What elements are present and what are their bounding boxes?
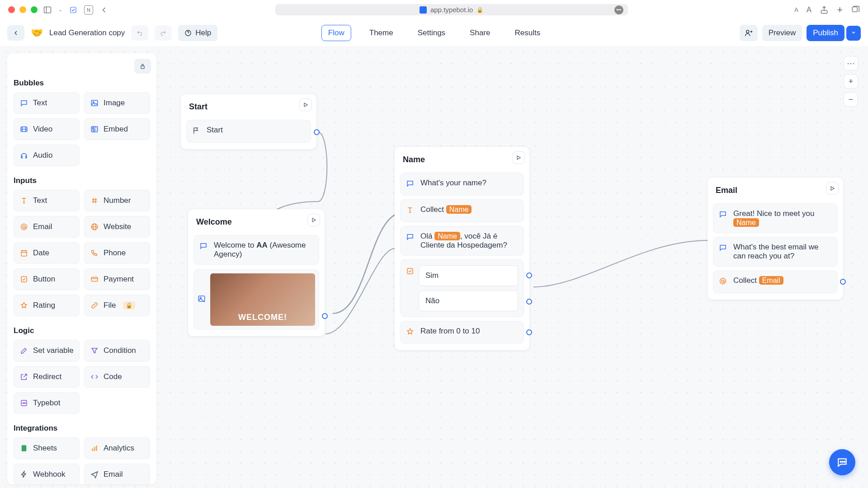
tab-results[interactable]: Results: [508, 25, 547, 41]
panel-lock-button[interactable]: [134, 59, 151, 74]
share-icon[interactable]: [820, 5, 829, 14]
bot-emoji-icon[interactable]: 🤝: [31, 27, 43, 39]
block-input-date[interactable]: Date: [14, 242, 80, 264]
block-logic-code[interactable]: Code: [84, 366, 150, 388]
back-icon[interactable]: [99, 5, 108, 14]
new-tab-icon[interactable]: +: [837, 4, 843, 16]
flow-title[interactable]: Lead Generation copy: [49, 28, 125, 38]
block-bubble-video[interactable]: Video: [14, 118, 80, 140]
canvas-menu-button[interactable]: ⋯: [844, 56, 858, 70]
block-logic-setvar[interactable]: Set variable: [14, 340, 80, 361]
edge-anchor[interactable]: [526, 299, 532, 305]
redo-button[interactable]: [155, 25, 172, 41]
block-input-number[interactable]: Number: [84, 190, 150, 211]
block-input-rating[interactable]: Rating: [14, 295, 80, 316]
chevron-down-icon[interactable]: ⌄: [58, 7, 62, 13]
step-options[interactable]: Sim Não: [400, 259, 524, 317]
block-input-email[interactable]: Email: [14, 216, 80, 238]
back-button[interactable]: [7, 25, 24, 41]
step-start[interactable]: Start: [186, 120, 311, 143]
svg-point-42: [840, 461, 841, 462]
maximize-window-icon[interactable]: [31, 6, 38, 13]
url-bar[interactable]: app.typebot.io 🔒 •••: [275, 4, 628, 15]
shield-icon[interactable]: [69, 5, 78, 14]
block-input-phone[interactable]: Phone: [84, 242, 150, 264]
block-input-button[interactable]: Button: [14, 268, 80, 290]
main-tabs: Flow Theme Settings Share Results: [321, 25, 547, 41]
tab-theme[interactable]: Theme: [363, 25, 400, 41]
block-bubble-audio[interactable]: Audio: [14, 145, 80, 166]
group-title[interactable]: Email: [713, 184, 838, 200]
step-welcome-text[interactable]: Welcome to AA (Awesome Agency): [193, 235, 319, 265]
block-int-webhook[interactable]: Webhook: [14, 464, 80, 484]
block-int-email[interactable]: Email: [84, 464, 150, 484]
block-input-file[interactable]: File🔒: [84, 295, 150, 316]
step-welcome-image[interactable]: WELCOME!: [193, 269, 319, 330]
step-name-ola[interactable]: Olá Name, você Já é Cliente da Hospedage…: [400, 226, 524, 256]
tab-share[interactable]: Share: [463, 25, 496, 41]
zoom-in-button[interactable]: +: [844, 74, 858, 89]
minimize-window-icon[interactable]: [19, 6, 26, 13]
block-logic-condition[interactable]: Condition: [84, 340, 150, 361]
chat-icon: [406, 179, 415, 190]
step-name-q[interactable]: What's your name?: [400, 173, 524, 196]
svg-rect-40: [407, 268, 413, 274]
option-nao[interactable]: Não: [419, 291, 518, 311]
step-email-collect[interactable]: Collect Email: [713, 270, 838, 293]
text-size-small-icon[interactable]: A: [794, 6, 798, 13]
close-window-icon[interactable]: [8, 6, 15, 13]
group-title[interactable]: Name: [400, 153, 524, 169]
group-email[interactable]: Email Great! Nice to meet you Name What'…: [708, 178, 843, 300]
block-bubble-text[interactable]: Text: [14, 92, 80, 114]
undo-button[interactable]: [131, 25, 148, 41]
svg-rect-28: [21, 277, 27, 282]
run-group-button[interactable]: [299, 99, 312, 111]
run-group-button[interactable]: [512, 151, 525, 164]
block-input-text[interactable]: Text: [14, 190, 80, 211]
step-email-q[interactable]: What's the best email we can reach you a…: [713, 237, 838, 267]
sidebar-toggle-icon[interactable]: [43, 5, 52, 14]
group-title[interactable]: Start: [186, 100, 311, 116]
edge-anchor[interactable]: [840, 279, 846, 285]
edge-anchor[interactable]: [322, 313, 328, 319]
preview-button[interactable]: Preview: [762, 25, 802, 41]
block-logic-typebot[interactable]: Typebot: [14, 392, 80, 414]
notion-icon[interactable]: N: [84, 5, 93, 14]
block-int-sheets[interactable]: Sheets: [14, 437, 80, 459]
help-button[interactable]: Help: [178, 25, 217, 41]
group-start[interactable]: Start Start: [181, 94, 316, 149]
option-sim[interactable]: Sim: [419, 265, 518, 286]
lock-icon: 🔒: [476, 7, 483, 13]
group-welcome[interactable]: Welcome Welcome to AA (Awesome Agency) W…: [188, 209, 325, 336]
svg-point-32: [23, 403, 24, 404]
block-bubble-embed[interactable]: Embed: [84, 118, 150, 140]
zoom-out-button[interactable]: −: [844, 92, 858, 107]
run-group-button[interactable]: [826, 182, 839, 195]
invite-button[interactable]: [740, 25, 758, 41]
tabs-icon[interactable]: [851, 5, 860, 14]
block-int-analytics[interactable]: Analytics: [84, 437, 150, 459]
block-logic-redirect[interactable]: Redirect: [14, 366, 80, 388]
support-chat-button[interactable]: [829, 449, 855, 475]
block-bubble-image[interactable]: Image: [84, 92, 150, 114]
svg-line-18: [93, 198, 94, 203]
edge-anchor[interactable]: [526, 272, 532, 278]
block-input-payment[interactable]: Payment: [84, 268, 150, 290]
edge-anchor[interactable]: [314, 129, 320, 135]
tab-flow[interactable]: Flow: [321, 25, 351, 41]
flow-canvas[interactable]: Bubbles Text Image Video Embed Audio Inp…: [0, 46, 868, 488]
edge-anchor[interactable]: [526, 329, 532, 335]
text-size-large-icon[interactable]: A: [807, 5, 811, 14]
publish-options-button[interactable]: [846, 26, 861, 41]
step-name-collect[interactable]: Collect Name: [400, 199, 524, 222]
group-title[interactable]: Welcome: [193, 216, 319, 231]
publish-button[interactable]: Publish: [807, 25, 844, 41]
group-name[interactable]: Name What's your name? Collect Name Olá …: [395, 147, 529, 350]
link-icon: [90, 301, 99, 310]
block-input-website[interactable]: Website: [84, 216, 150, 238]
step-email-greet[interactable]: Great! Nice to meet you Name: [713, 203, 838, 233]
run-group-button[interactable]: [307, 214, 320, 226]
page-menu-icon[interactable]: •••: [614, 5, 623, 14]
step-rate[interactable]: Rate from 0 to 10: [400, 321, 524, 344]
tab-settings[interactable]: Settings: [411, 25, 452, 41]
